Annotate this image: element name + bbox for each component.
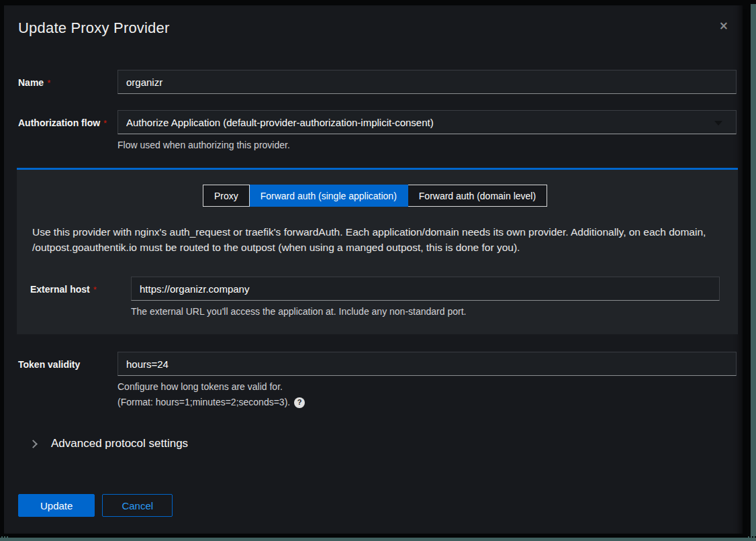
page-background-edge (751, 4, 756, 541)
tab-proxy[interactable]: Proxy (203, 185, 250, 207)
modal-header: Update Proxy Provider × (18, 19, 737, 38)
page-background-edge-bottom (0, 536, 756, 541)
caret-down-icon (714, 121, 722, 126)
token-validity-label-col: Token validity (18, 352, 117, 408)
tab-forward-auth-single-application[interactable]: Forward auth (single application) (250, 185, 408, 207)
tab-forward-auth-domain-level[interactable]: Forward auth (domain level) (408, 185, 547, 207)
name-label-col: Name* (18, 70, 117, 94)
token-validity-row: Token validity Configure how long tokens… (18, 352, 737, 408)
cancel-button[interactable]: Cancel (102, 494, 173, 517)
external-host-help: The external URL you'll access the appli… (131, 306, 720, 317)
external-host-label-col: External host* (30, 277, 131, 317)
token-validity-help-line2: (Format: hours=1;minutes=2;seconds=3). (117, 397, 290, 408)
required-asterisk: * (47, 78, 50, 88)
token-validity-help-line2-wrap: (Format: hours=1;minutes=2;seconds=3). ? (117, 397, 737, 408)
name-input[interactable] (117, 70, 737, 94)
external-host-label: External host (30, 284, 90, 295)
advanced-protocol-settings-toggle[interactable]: Advanced protocol settings (30, 437, 737, 450)
external-host-input[interactable] (131, 277, 720, 301)
close-button[interactable]: × (719, 20, 728, 32)
token-validity-help-line1: Configure how long tokens are valid for. (117, 381, 737, 393)
update-button[interactable]: Update (18, 494, 95, 517)
authorization-flow-select[interactable]: Authorize Application (default-provider-… (117, 110, 737, 134)
help-question-icon[interactable]: ? (294, 397, 305, 408)
authorization-flow-label: Authorization flow (18, 117, 100, 128)
proxy-mode-toggle-group: Proxy Forward auth (single application) … (30, 185, 720, 207)
update-proxy-provider-modal: Update Proxy Provider × Name* Authorizat… (4, 5, 743, 534)
token-validity-label: Token validity (18, 359, 80, 370)
advanced-protocol-settings-label: Advanced protocol settings (51, 437, 188, 450)
name-label: Name (18, 77, 44, 88)
modal-footer: Update Cancel (18, 494, 737, 517)
token-validity-input[interactable] (117, 352, 737, 376)
required-asterisk: * (103, 118, 107, 128)
name-row: Name* (18, 70, 737, 94)
mode-description: Use this provider with nginx's auth_requ… (30, 224, 720, 255)
authorization-flow-selected-value: Authorize Application (default-provider-… (126, 117, 434, 128)
proxy-mode-card: Proxy Forward auth (single application) … (17, 168, 738, 334)
chevron-right-icon (29, 440, 38, 448)
authorization-flow-label-col: Authorization flow* (18, 110, 117, 151)
provider-form: Name* Authorization flow* Authorize Appl… (18, 70, 737, 517)
required-asterisk: * (93, 285, 97, 295)
authorization-flow-help: Flow used when authorizing this provider… (117, 140, 737, 151)
close-icon: × (719, 19, 728, 32)
authorization-flow-row: Authorization flow* Authorize Applicatio… (18, 110, 737, 151)
page-title: Update Proxy Provider (18, 19, 737, 38)
external-host-row: External host* The external URL you'll a… (30, 277, 720, 317)
